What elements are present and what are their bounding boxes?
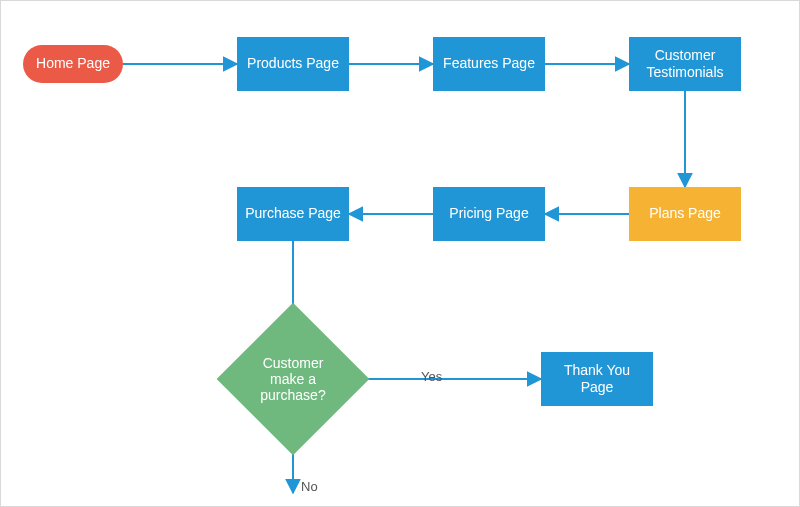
- flowchart-canvas: Home Page Products Page Features Page Cu…: [0, 0, 800, 507]
- node-testimonials: Customer Testimonials: [629, 37, 741, 91]
- node-pricing: Pricing Page: [433, 187, 545, 241]
- node-label: Purchase Page: [245, 205, 341, 223]
- node-plans: Plans Page: [629, 187, 741, 241]
- node-thankyou: Thank You Page: [541, 352, 653, 406]
- node-label: Thank You Page: [549, 362, 645, 397]
- label-text: Yes: [421, 369, 442, 384]
- node-features: Features Page: [433, 37, 545, 91]
- edge-label-no: No: [301, 479, 318, 494]
- node-label: Home Page: [36, 55, 110, 73]
- node-home: Home Page: [23, 45, 123, 83]
- node-decision: Customer make a purchase?: [239, 325, 347, 433]
- label-text: No: [301, 479, 318, 494]
- node-label: Plans Page: [649, 205, 721, 223]
- node-label: Pricing Page: [449, 205, 528, 223]
- node-label: Customer Testimonials: [637, 47, 733, 82]
- node-label: Products Page: [247, 55, 339, 73]
- node-products: Products Page: [237, 37, 349, 91]
- node-label: Customer make a purchase?: [253, 355, 333, 403]
- node-purchase: Purchase Page: [237, 187, 349, 241]
- node-label: Features Page: [443, 55, 535, 73]
- edge-label-yes: Yes: [421, 369, 442, 384]
